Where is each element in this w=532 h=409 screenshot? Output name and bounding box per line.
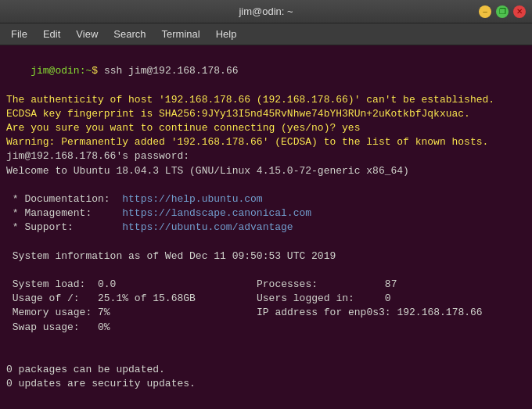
sysinfo-row: Swap usage: 0% — [6, 321, 526, 335]
terminal-line: Welcome to Ubuntu 18.04.3 LTS (GNU/Linux… — [6, 164, 526, 178]
titlebar: jim@odin: ~ – ❐ ✕ — [0, 0, 532, 23]
terminal-line — [6, 264, 526, 278]
terminal-line — [6, 392, 526, 406]
menu-help[interactable]: Help — [208, 25, 245, 43]
terminal-line: The authenticity of host '192.168.178.66… — [6, 93, 526, 107]
terminal-line — [6, 349, 526, 363]
prompt-user: jim@odin — [31, 65, 79, 77]
menu-view[interactable]: View — [68, 25, 106, 43]
close-button[interactable]: ✕ — [513, 5, 526, 18]
maximize-button[interactable]: ❐ — [496, 5, 509, 18]
sysinfo-row: System load: 0.0Processes: 87 — [6, 278, 526, 292]
terminal-line: * Management: https://landscape.canonica… — [6, 206, 526, 221]
minimize-button[interactable]: – — [479, 5, 491, 18]
terminal-line: Warning: Permanently added '192.168.178.… — [6, 135, 526, 149]
window-title: jim@odin: ~ — [239, 5, 293, 17]
terminal-line — [6, 178, 526, 192]
menu-edit[interactable]: Edit — [35, 25, 68, 43]
menu-file[interactable]: File — [3, 25, 35, 43]
sysinfo-row: Memory usage: 7%IP address for enp0s3: 1… — [6, 306, 526, 320]
terminal-line: 0 updates are security updates. — [6, 377, 526, 391]
terminal-line: * Documentation: https://help.ubuntu.com — [6, 192, 526, 206]
terminal-line: 0 packages can be updated. — [6, 363, 526, 377]
terminal-line: * Support: https://ubuntu.com/advantage — [6, 221, 526, 235]
sysinfo-row: Usage of /: 25.1% of 15.68GBUsers logged… — [6, 292, 526, 306]
terminal-line — [6, 406, 526, 409]
terminal-area[interactable]: jim@odin:~$ ssh jim@192.168.178.66 The a… — [0, 45, 532, 409]
terminal-line: jim@odin:~$ ssh jim@192.168.178.66 — [6, 50, 526, 93]
terminal-line — [6, 235, 526, 249]
menu-terminal[interactable]: Terminal — [154, 25, 208, 43]
terminal-line: Are you sure you want to continue connec… — [6, 121, 526, 135]
window-controls: – ❐ ✕ — [479, 5, 526, 18]
terminal-line: ECDSA key fingerprint is SHA256:9JYy13I5… — [6, 107, 526, 121]
terminal-line: jim@192.168.178.66's password: — [6, 149, 526, 163]
menu-search[interactable]: Search — [106, 25, 153, 43]
terminal-line — [6, 335, 526, 349]
menubar: File Edit View Search Terminal Help — [0, 23, 532, 45]
terminal-line: System information as of Wed Dec 11 09:5… — [6, 249, 526, 264]
